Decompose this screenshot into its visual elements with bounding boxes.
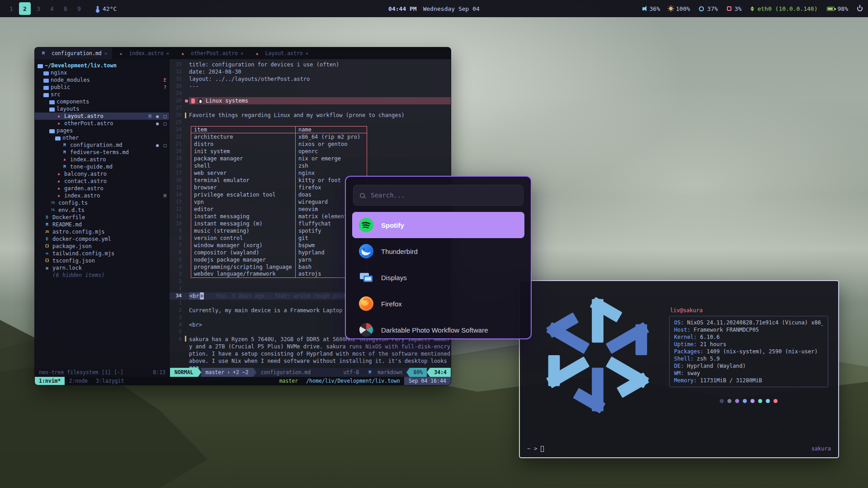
table-header-row: 24 item name bbox=[170, 126, 451, 133]
tree-item[interactable]: src bbox=[35, 91, 169, 98]
tab-close-icon[interactable]: × bbox=[166, 51, 170, 56]
tree-item[interactable]: package.json bbox=[35, 243, 169, 250]
info-key: WM: bbox=[674, 370, 684, 377]
file-encoding: utf-8 bbox=[340, 368, 363, 377]
tree-item[interactable]: other bbox=[35, 134, 169, 141]
line-number: 26 bbox=[170, 112, 185, 119]
workspace-button[interactable]: 9 bbox=[73, 2, 85, 15]
tree-item[interactable]: Layout.astro H ● □ bbox=[35, 113, 169, 120]
network-module[interactable]: eth0 (10.0.0.140) bbox=[750, 5, 817, 12]
tree-item[interactable]: Dockerfile bbox=[35, 214, 169, 221]
line-number: 13 bbox=[170, 198, 185, 206]
line-number: 20 bbox=[170, 148, 185, 155]
file-type-icon bbox=[43, 236, 51, 242]
info-value: Framework FRANMDCP05 bbox=[693, 326, 759, 333]
tmux-window-tab[interactable]: 2:node bbox=[65, 377, 92, 385]
tree-item[interactable]: (6 hidden items) bbox=[35, 272, 169, 279]
search-input[interactable] bbox=[370, 191, 517, 199]
tree-item[interactable]: balcony.astro bbox=[35, 170, 169, 178]
table-cell-item: webdev language/framework bbox=[191, 271, 296, 278]
terminal-color-palette bbox=[669, 399, 828, 403]
tree-item[interactable]: configuration.md ● □ bbox=[35, 141, 169, 149]
tree-item[interactable]: nginx bbox=[35, 69, 169, 76]
editor-tab[interactable]: otherPost.astro × bbox=[174, 47, 248, 59]
intro-lines: 27 26 Favorite things regarding Linux an… bbox=[170, 104, 451, 126]
info-value: zsh 5.9 bbox=[697, 355, 720, 362]
info-line: Kernel: 6.10.6 bbox=[674, 333, 823, 341]
table-cell-item: distro bbox=[191, 141, 296, 148]
tree-item[interactable]: pages bbox=[35, 127, 169, 134]
workspace-switcher: 1 2 3 4 8 9 bbox=[5, 2, 85, 15]
line-number: 9 bbox=[170, 227, 185, 235]
tree-item[interactable]: config.ts bbox=[35, 199, 169, 206]
app-item-displays[interactable]: Displays bbox=[352, 264, 524, 291]
file-type-icon bbox=[55, 186, 62, 191]
tree-item[interactable]: public ? bbox=[35, 84, 169, 91]
tree-item[interactable]: ~/Development/liv.town bbox=[35, 62, 169, 69]
palette-dot bbox=[720, 399, 724, 403]
brightness-module[interactable]: 100% bbox=[669, 5, 690, 12]
tree-item[interactable]: index.astro H bbox=[35, 192, 169, 199]
network-icon bbox=[750, 6, 754, 11]
table-cell-item: package manager bbox=[191, 155, 296, 162]
editor-tab[interactable]: configuration.md × bbox=[35, 47, 112, 59]
file-tree: ~/Development/liv.town nginx node_module… bbox=[35, 62, 169, 279]
tmux-window-tab[interactable]: 1:nvim* bbox=[35, 377, 65, 385]
tab-close-icon[interactable]: × bbox=[241, 51, 244, 56]
volume-module[interactable]: 36% bbox=[642, 5, 660, 12]
current-line-number: 34 bbox=[170, 292, 185, 300]
power-button[interactable] bbox=[857, 6, 863, 11]
tree-item[interactable]: tone-guide.md bbox=[35, 163, 169, 170]
tree-item[interactable]: tsconfig.json bbox=[35, 257, 169, 264]
app-item-darktable[interactable]: Darktable Photo Workflow Software bbox=[352, 317, 524, 339]
file-name: yarn.lock bbox=[52, 264, 82, 272]
table-cell-item: instant messaging (m) bbox=[191, 220, 296, 227]
app-item-firefox[interactable]: Firefox bbox=[352, 291, 524, 317]
editor-tab[interactable]: index.astro × bbox=[112, 47, 174, 59]
workspace-button[interactable]: 8 bbox=[60, 2, 71, 15]
line-number: 14 bbox=[170, 191, 185, 198]
tree-item[interactable]: node_modules E bbox=[35, 76, 169, 84]
tree-item[interactable]: contact.astro bbox=[35, 178, 169, 185]
tree-item[interactable]: docker-compose.yml bbox=[35, 235, 169, 243]
info-key: Memory: bbox=[674, 377, 697, 384]
workspace-button[interactable]: 1 bbox=[5, 2, 17, 15]
tab-label: configuration.md bbox=[52, 50, 102, 56]
tab-label: Layout.astro bbox=[265, 50, 303, 56]
neotree-statusline: neo-tree filesystem [1] [-] 8:13 bbox=[35, 368, 170, 377]
table-cell-item: version control bbox=[191, 235, 296, 242]
info-key: Host: bbox=[674, 326, 690, 333]
editor-tab[interactable]: Layout.astro × bbox=[249, 47, 314, 59]
tree-item[interactable]: layouts bbox=[35, 105, 169, 113]
table-cell-item: browser bbox=[191, 184, 296, 191]
info-value: Hyprland (Wayland) bbox=[687, 362, 746, 370]
app-label: Firefox bbox=[381, 300, 402, 308]
workspace-button[interactable]: 4 bbox=[46, 2, 58, 15]
info-key: Shell: bbox=[674, 355, 693, 362]
tree-item[interactable]: fediverse-terms.md bbox=[35, 149, 169, 156]
line-number: 4 bbox=[170, 263, 185, 271]
tab-close-icon[interactable]: × bbox=[306, 51, 309, 56]
tree-item[interactable]: tailwind.config.mjs bbox=[35, 250, 169, 257]
shell-prompt[interactable]: ~ > bbox=[527, 446, 544, 452]
tree-item[interactable]: index.astro bbox=[35, 156, 169, 163]
app-label: Spotify bbox=[381, 221, 404, 229]
tree-item[interactable]: garden.astro bbox=[35, 185, 169, 192]
filetype-icon bbox=[179, 51, 186, 56]
tree-item[interactable]: env.d.ts bbox=[35, 206, 169, 214]
line-number: 33 bbox=[170, 61, 185, 68]
workspace-button[interactable]: 3 bbox=[33, 2, 44, 15]
tree-item[interactable]: otherPost.astro ● □ bbox=[35, 120, 169, 127]
app-item-thunderbird[interactable]: Thunderbird bbox=[352, 238, 524, 264]
launcher-search[interactable] bbox=[353, 185, 524, 206]
tree-item[interactable]: components bbox=[35, 98, 169, 105]
workspace-button[interactable]: 2 bbox=[19, 2, 31, 15]
tree-item[interactable]: README.md bbox=[35, 221, 169, 228]
tmux-window-tab[interactable]: 3:lazygit bbox=[92, 377, 128, 385]
palette-dot bbox=[758, 399, 762, 403]
tree-item[interactable]: astro.config.mjs bbox=[35, 228, 169, 235]
tmux-statusbar: 1:nvim* 2:node 3:lazygit master /home/li… bbox=[35, 377, 451, 385]
tree-item[interactable]: yarn.lock bbox=[35, 264, 169, 272]
tab-close-icon[interactable]: × bbox=[104, 51, 108, 56]
app-item-spotify[interactable]: Spotify bbox=[352, 212, 524, 238]
